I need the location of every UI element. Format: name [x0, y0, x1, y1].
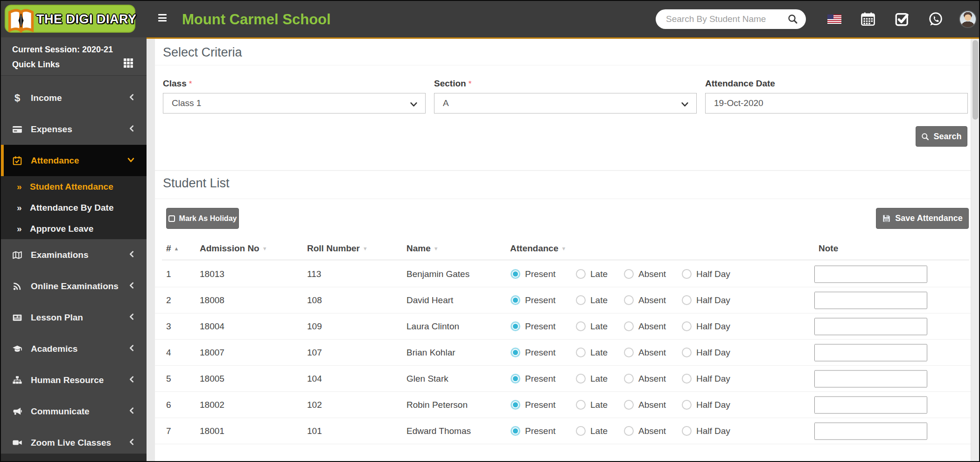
class-select[interactable]: Class 1 [163, 93, 426, 114]
sidebar-item-academics[interactable]: Academics [1, 333, 147, 364]
radio-present[interactable]: Present [511, 269, 555, 279]
radio-icon[interactable] [682, 269, 692, 279]
radio-late[interactable]: Late [576, 348, 608, 358]
radio-icon[interactable] [682, 321, 692, 331]
note-input[interactable] [814, 344, 927, 361]
radio-icon[interactable] [682, 295, 692, 305]
search-input[interactable] [666, 14, 787, 24]
column-header-name[interactable]: Name▼ [406, 243, 439, 254]
radio-icon[interactable] [576, 374, 586, 384]
radio-late[interactable]: Late [576, 269, 608, 279]
radio-late[interactable]: Late [576, 400, 608, 410]
user-avatar[interactable] [959, 10, 977, 28]
radio-half-day[interactable]: Half Day [682, 321, 730, 332]
search-button[interactable]: Search [916, 126, 967, 147]
radio-absent[interactable]: Absent [624, 269, 666, 279]
note-input[interactable] [814, 265, 927, 283]
radio-present[interactable]: Present [511, 426, 555, 436]
radio-icon[interactable] [576, 426, 586, 436]
radio-present[interactable]: Present [511, 400, 555, 410]
sidebar-subitem-approve-leave[interactable]: » Approve Leave [1, 218, 147, 239]
column-header-roll[interactable]: Roll Number▼ [307, 243, 368, 254]
radio-half-day[interactable]: Half Day [682, 426, 730, 436]
quick-links-grid-icon[interactable] [123, 58, 133, 70]
radio-selected-icon[interactable] [511, 321, 520, 331]
radio-absent[interactable]: Absent [624, 295, 666, 306]
radio-absent[interactable]: Absent [624, 426, 666, 436]
search-icon[interactable] [787, 14, 798, 25]
radio-icon[interactable] [576, 400, 586, 410]
radio-absent[interactable]: Absent [624, 400, 666, 410]
sidebar-item-communicate[interactable]: Communicate [1, 396, 147, 427]
attendance-date-input[interactable]: 19-Oct-2020 [705, 93, 968, 114]
radio-icon[interactable] [624, 295, 634, 305]
radio-half-day[interactable]: Half Day [682, 269, 730, 279]
radio-icon[interactable] [682, 400, 692, 410]
admission-no: 18008 [200, 295, 224, 306]
sidebar-item-income[interactable]: $ Income [1, 82, 147, 114]
note-input[interactable] [814, 370, 927, 387]
radio-icon[interactable] [624, 426, 634, 436]
radio-absent[interactable]: Absent [624, 321, 666, 332]
sidebar-item-expenses[interactable]: Expenses [1, 114, 147, 145]
radio-selected-icon[interactable] [511, 269, 520, 279]
radio-icon[interactable] [682, 374, 692, 384]
radio-present[interactable]: Present [511, 374, 555, 384]
sidebar-subitem-student-attendance[interactable]: » Student Attendance [1, 176, 147, 197]
sidebar-item-online-examinations[interactable]: Online Examinations [1, 270, 147, 302]
radio-half-day[interactable]: Half Day [682, 400, 730, 410]
radio-selected-icon[interactable] [511, 295, 520, 305]
radio-selected-icon[interactable] [511, 426, 520, 436]
radio-icon[interactable] [624, 400, 634, 410]
sidebar-item-attendance[interactable]: Attendance [1, 145, 147, 176]
sidebar-subitem-attendance-by-date[interactable]: » Attendance By Date [1, 197, 147, 218]
page-scrollbar[interactable] [971, 37, 979, 462]
radio-selected-icon[interactable] [511, 374, 520, 384]
column-header-attendance[interactable]: Attendance▼ [510, 243, 566, 254]
save-attendance-button[interactable]: Save Attendance [876, 208, 969, 229]
note-input[interactable] [814, 291, 927, 309]
task-check-square-icon[interactable] [894, 11, 910, 28]
radio-icon[interactable] [576, 269, 586, 279]
radio-half-day[interactable]: Half Day [682, 348, 730, 358]
note-input[interactable] [814, 318, 927, 335]
radio-icon[interactable] [624, 269, 634, 279]
hamburger-menu-icon[interactable] [158, 14, 168, 24]
radio-late[interactable]: Late [576, 426, 608, 436]
radio-icon[interactable] [576, 348, 586, 357]
mark-as-holiday-button[interactable]: Mark As Holiday [166, 208, 239, 229]
radio-half-day[interactable]: Half Day [682, 295, 730, 306]
radio-absent[interactable]: Absent [624, 348, 666, 358]
column-header-admission[interactable]: Admission No▼ [200, 243, 267, 254]
radio-present[interactable]: Present [511, 295, 555, 306]
whatsapp-icon[interactable] [927, 11, 944, 28]
radio-icon[interactable] [624, 321, 634, 331]
radio-late[interactable]: Late [576, 374, 608, 384]
radio-icon[interactable] [682, 348, 692, 357]
radio-absent[interactable]: Absent [624, 374, 666, 384]
radio-icon[interactable] [682, 426, 692, 436]
radio-icon[interactable] [624, 374, 634, 384]
radio-icon[interactable] [576, 295, 586, 305]
radio-late[interactable]: Late [576, 295, 608, 306]
radio-selected-icon[interactable] [511, 348, 520, 357]
radio-half-day[interactable]: Half Day [682, 374, 730, 384]
sidebar-item-lesson-plan[interactable]: Lesson Plan [1, 302, 147, 333]
radio-selected-icon[interactable] [511, 400, 520, 410]
radio-icon[interactable] [624, 348, 634, 357]
scrollbar-thumb[interactable] [973, 40, 978, 120]
app-logo[interactable]: THE DIGI DIARY [5, 5, 135, 33]
radio-present[interactable]: Present [511, 321, 555, 332]
sidebar-item-human-resource[interactable]: Human Resource [1, 364, 147, 396]
radio-present[interactable]: Present [511, 348, 555, 358]
radio-icon[interactable] [576, 321, 586, 331]
note-input[interactable] [814, 422, 927, 440]
section-select[interactable]: A [434, 93, 697, 114]
calendar-icon[interactable] [860, 11, 876, 28]
sidebar-item-examinations[interactable]: Examinations [1, 239, 147, 270]
note-input[interactable] [814, 396, 927, 413]
radio-late[interactable]: Late [576, 321, 608, 332]
credit-card-icon [12, 124, 22, 135]
language-flag-icon[interactable] [827, 14, 841, 24]
column-header-sn[interactable]: #▲ [166, 243, 179, 254]
